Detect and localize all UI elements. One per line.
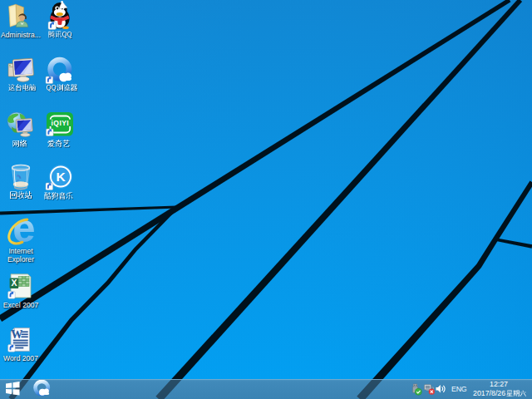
svg-text:X: X <box>11 278 17 288</box>
svg-text:W: W <box>11 328 22 341</box>
svg-text:K: K <box>56 170 66 184</box>
svg-text:iQIYI: iQIYI <box>52 119 69 127</box>
